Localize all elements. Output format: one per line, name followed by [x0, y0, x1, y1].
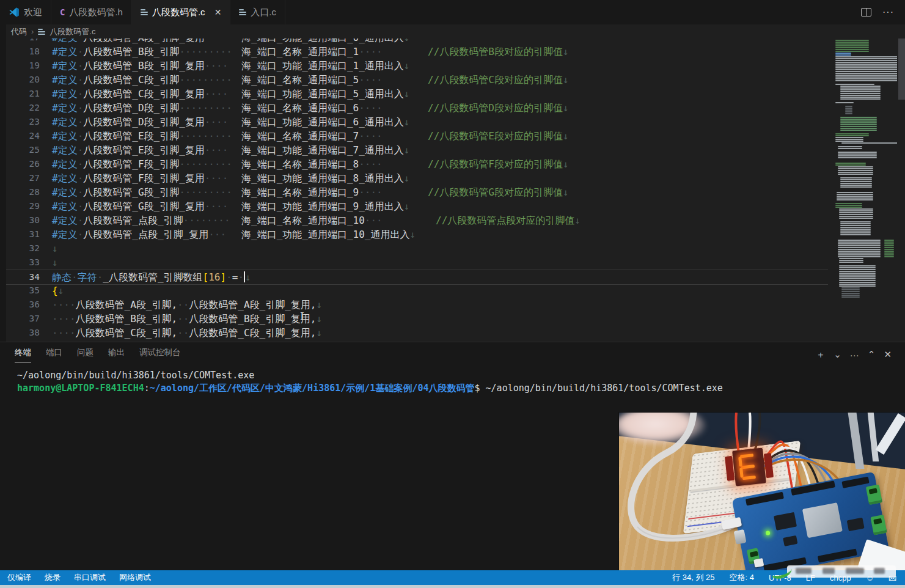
- panel-tab-调试控制台[interactable]: 调试控制台: [139, 347, 181, 362]
- tab-label: 八段数码管.h: [69, 7, 123, 18]
- line-number: 20: [6, 73, 40, 87]
- status-串口调试[interactable]: 串口调试: [74, 572, 106, 583]
- reset-button: [753, 558, 764, 568]
- terminal-line: ~/aolong/bin/build/hi3861/tools/COMTest.…: [17, 369, 254, 382]
- close-panel-icon[interactable]: ✕: [884, 349, 892, 360]
- split-editor-icon[interactable]: [861, 8, 871, 17]
- code-line-30[interactable]: 30#定义·八段数码管_点段_引脚········海_端口_名称_通用端口_10…: [6, 213, 828, 227]
- c-file-icon: C: [60, 7, 65, 17]
- breadcrumb-file[interactable]: 八段数码管.c: [49, 26, 95, 37]
- status-bar: 仅编译烧录串口调试网络调试 行 34, 列 25空格: 4UTF-8LFchcp…: [0, 570, 905, 585]
- tab-label: 入口.c: [251, 7, 276, 18]
- usb-port: [734, 529, 747, 545]
- line-number: 28: [6, 185, 40, 199]
- code-line-33[interactable]: 33↓: [6, 255, 828, 270]
- line-number: 25: [6, 143, 40, 157]
- views-more-icon[interactable]: ···: [850, 350, 859, 360]
- maximize-panel-icon[interactable]: ⌃: [868, 349, 876, 360]
- file-icon: [38, 29, 45, 35]
- editor-actions: ···: [861, 0, 905, 24]
- list-file-icon: [239, 9, 246, 15]
- line-number: 37: [6, 312, 40, 326]
- line-number: 27: [6, 171, 40, 185]
- line-number: 38: [6, 326, 40, 340]
- new-terminal-icon[interactable]: ＋: [816, 349, 825, 361]
- line-number: 29: [6, 199, 40, 213]
- panel-tab-端口[interactable]: 端口: [46, 347, 62, 362]
- code-line-18[interactable]: 18#定义·八段数码管_B段_引脚·········海_端口_名称_通用端口_1…: [6, 45, 828, 59]
- metal-frame: [841, 413, 905, 474]
- code-line-38[interactable]: 38····八段数码管_C段_引脚,··八段数码管_C段_引脚_复用,↓: [6, 326, 828, 340]
- line-number: 32: [6, 241, 40, 255]
- minimap[interactable]: [834, 39, 897, 342]
- code-line-17[interactable]: 17#定义·八段数码管_A段_引脚_复用····海_端口_功能_通用端口_0_通…: [6, 39, 828, 45]
- recorder-watermark: [787, 565, 896, 578]
- tab-bar: 欢迎C八段数码管.h八段数码管.c✕入口.c ···: [0, 0, 905, 24]
- tab-label: 欢迎: [24, 7, 42, 18]
- line-number: 34: [6, 270, 40, 284]
- code-line-35[interactable]: 35{↓: [6, 284, 828, 298]
- code-line-28[interactable]: 28#定义·八段数码管_G段_引脚·········海_端口_名称_通用端口_9…: [6, 185, 828, 199]
- status-行 34, 列 25[interactable]: 行 34, 列 25: [672, 572, 714, 583]
- power-led: [766, 531, 771, 535]
- code-line-20[interactable]: 20#定义·八段数码管_C段_引脚·········海_端口_名称_通用端口_5…: [6, 73, 828, 87]
- line-number: 31: [6, 227, 40, 241]
- line-number: 36: [6, 298, 40, 312]
- webcam-overlay: [619, 413, 905, 570]
- code-line-29[interactable]: 29#定义·八段数码管_G段_引脚_复用····海_端口_功能_通用端口_9_通…: [6, 199, 828, 213]
- code-line-36[interactable]: 36····八段数码管_A段_引脚,··八段数码管_A段_引脚_复用,↓: [6, 298, 828, 312]
- panel-tab-终端[interactable]: 终端: [15, 347, 31, 362]
- code-line-31[interactable]: 31#定义·八段数码管_点段_引脚_复用···海_端口_功能_通用端口_10_通…: [6, 227, 828, 241]
- close-tab-icon[interactable]: ✕: [214, 7, 222, 17]
- line-number: 18: [6, 45, 40, 59]
- status-网络调试[interactable]: 网络调试: [119, 572, 151, 583]
- line-number: 35: [6, 284, 40, 298]
- seven-segment-display: [732, 448, 766, 487]
- breadcrumb: 代码 › 八段数码管.c: [6, 24, 905, 39]
- panel-tab-输出[interactable]: 输出: [108, 347, 125, 362]
- tab-八段数码管.c[interactable]: 八段数码管.c✕: [132, 0, 230, 24]
- breadcrumb-folder[interactable]: 代码: [11, 26, 27, 37]
- line-number: 23: [6, 115, 40, 129]
- code-line-32[interactable]: 32↓: [6, 241, 828, 255]
- code-line-22[interactable]: 22#定义·八段数码管_D段_引脚·········海_端口_名称_通用端口_6…: [6, 101, 828, 115]
- code-line-27[interactable]: 27#定义·八段数码管_F段_引脚_复用····海_端口_功能_通用端口_8_通…: [6, 171, 828, 185]
- code-editor[interactable]: 17#定义·八段数码管_A段_引脚_复用····海_端口_功能_通用端口_0_通…: [6, 39, 905, 342]
- rf-shield: [802, 502, 843, 538]
- panel-tab-问题[interactable]: 问题: [77, 347, 93, 362]
- line-number: 19: [6, 59, 40, 73]
- code-line-21[interactable]: 21#定义·八段数码管_C段_引脚_复用····海_端口_功能_通用端口_5_通…: [6, 87, 828, 101]
- tab-欢迎[interactable]: 欢迎: [0, 0, 51, 24]
- screen-edge: [0, 585, 905, 588]
- code-line-24[interactable]: 24#定义·八段数码管_E段_引脚·········海_端口_名称_通用端口_7…: [6, 129, 828, 143]
- launch-profile-dropdown-icon[interactable]: ⌄: [834, 349, 841, 360]
- line-number: 33: [6, 255, 40, 270]
- terminal-line: harmony@LAPTOP-F841ECH4:~/aolong/工作区/代码区…: [17, 382, 723, 395]
- vscode-logo-icon: [9, 7, 20, 18]
- mouse-ibeam-cursor: I: [300, 310, 304, 322]
- code-line-23[interactable]: 23#定义·八段数码管_D段_引脚_复用····海_端口_功能_通用端口_6_通…: [6, 115, 828, 129]
- line-number: 17: [6, 39, 40, 45]
- code-line-19[interactable]: 19#定义·八段数码管_B段_引脚_复用····海_端口_功能_通用端口_1_通…: [6, 59, 828, 73]
- line-number: 30: [6, 213, 40, 227]
- tab-label: 八段数码管.c: [152, 7, 205, 18]
- status-空格: 4[interactable]: 空格: 4: [730, 572, 754, 583]
- line-number: 21: [6, 87, 40, 101]
- code-line-34[interactable]: 34静态·字符·_八段数码管_引脚数组[16]·=·↓: [6, 270, 828, 285]
- code-line-37[interactable]: 37····八段数码管_B段_引脚,··八段数码管_B段_引脚_复用,↓: [6, 312, 828, 326]
- breadcrumb-separator-icon: ›: [31, 27, 34, 36]
- status-烧录[interactable]: 烧录: [45, 572, 60, 583]
- code-line-26[interactable]: 26#定义·八段数码管_F段_引脚·········海_端口_名称_通用端口_8…: [6, 157, 828, 171]
- tab-入口.c[interactable]: 入口.c: [230, 0, 285, 24]
- more-actions-icon[interactable]: ···: [882, 7, 894, 18]
- editor-scrollbar[interactable]: [897, 39, 905, 342]
- line-number: 24: [6, 129, 40, 143]
- line-number: 22: [6, 101, 40, 115]
- tab-八段数码管.h[interactable]: C八段数码管.h: [51, 0, 132, 24]
- list-file-icon: [141, 9, 148, 15]
- vscode-window: 欢迎C八段数码管.h八段数码管.c✕入口.c ··· 代码 › 八段数码管.c …: [0, 0, 905, 588]
- status-仅编译[interactable]: 仅编译: [7, 572, 31, 583]
- line-number: 26: [6, 157, 40, 171]
- code-line-25[interactable]: 25#定义·八段数码管_E段_引脚_复用····海_端口_功能_通用端口_7_通…: [6, 143, 828, 157]
